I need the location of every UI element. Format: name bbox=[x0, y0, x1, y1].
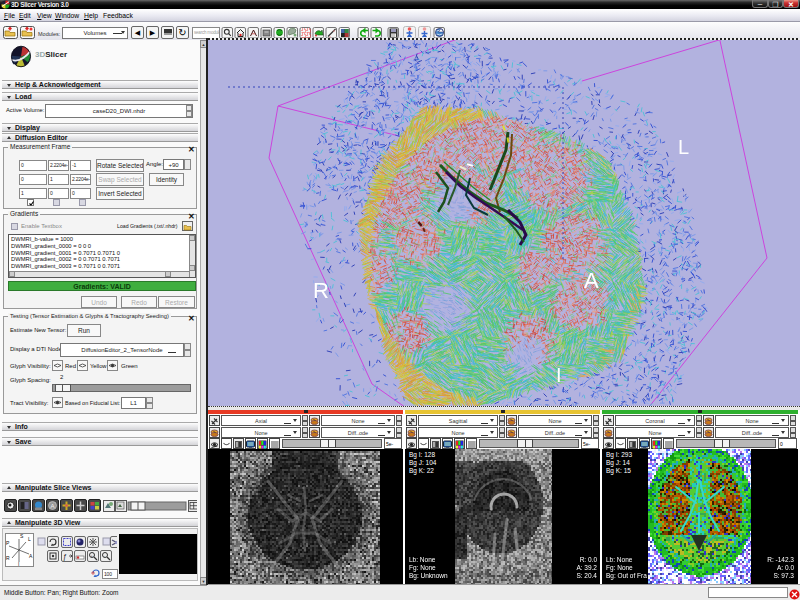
svg-text:R: R bbox=[6, 555, 10, 561]
svg-text:A: A bbox=[29, 553, 33, 559]
svg-text:P: P bbox=[6, 540, 10, 546]
svg-text:L: L bbox=[28, 536, 31, 542]
svg-text:ƒ: ƒ bbox=[63, 553, 67, 561]
svg-text:I: I bbox=[18, 561, 19, 567]
svg-text:A: A bbox=[51, 503, 55, 509]
svg-text:S: S bbox=[20, 533, 24, 539]
